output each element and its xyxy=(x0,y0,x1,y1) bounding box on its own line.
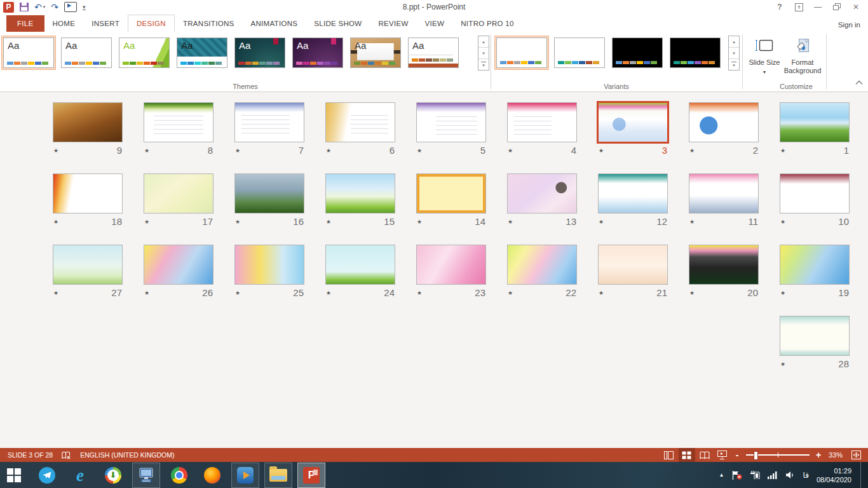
slide-thumbnail-25[interactable] xyxy=(234,245,304,285)
zoom-slider-thumb[interactable] xyxy=(754,451,758,460)
themes-scroll-down-button[interactable]: ▾ xyxy=(478,48,489,59)
animation-star-icon[interactable]: ★ xyxy=(235,219,240,225)
variant-thumbnail[interactable] xyxy=(494,36,549,70)
tab-design[interactable]: DESIGN xyxy=(128,15,175,32)
tab-nitro-pro[interactable]: NITRO PRO 10 xyxy=(452,15,522,32)
animation-star-icon[interactable]: ★ xyxy=(326,290,331,296)
close-button[interactable]: ✕ xyxy=(846,0,865,14)
slide-thumbnail-23[interactable] xyxy=(416,245,486,285)
animation-star-icon[interactable]: ★ xyxy=(780,147,785,154)
slide-thumbnail-21[interactable] xyxy=(598,245,668,285)
animation-star-icon[interactable]: ★ xyxy=(689,147,695,154)
slide-thumbnail-16[interactable] xyxy=(234,173,304,214)
slide-thumbnail-19[interactable] xyxy=(780,245,850,285)
slide-thumbnail-11[interactable] xyxy=(689,173,759,214)
fit-slide-to-window-button[interactable] xyxy=(848,448,864,462)
zoom-slider[interactable] xyxy=(746,448,810,462)
slide-thumbnail-28[interactable] xyxy=(780,316,850,356)
slide-thumbnail-27[interactable] xyxy=(53,245,123,285)
themes-scroll-up-button[interactable]: ▴ xyxy=(478,36,489,48)
tab-review[interactable]: REVIEW xyxy=(370,15,416,32)
taskbar-on-screen-keyboard-button[interactable] xyxy=(132,463,160,488)
restore-button[interactable] xyxy=(827,0,846,14)
show-desktop-button[interactable] xyxy=(860,462,864,488)
taskbar-firefox-button[interactable] xyxy=(198,463,226,488)
slide-thumbnail-4[interactable] xyxy=(507,102,577,142)
reading-view-button[interactable] xyxy=(696,448,713,462)
clock[interactable]: 01:29 08/04/2020 xyxy=(817,466,851,484)
show-hidden-icons-button[interactable]: ▲ xyxy=(719,472,724,478)
slide-thumbnail-7[interactable] xyxy=(234,102,304,142)
variant-thumbnail[interactable] xyxy=(668,36,722,70)
tab-transitions[interactable]: TRANSITIONS xyxy=(175,15,243,32)
animation-star-icon[interactable]: ★ xyxy=(508,290,513,296)
animation-star-icon[interactable]: ★ xyxy=(326,147,331,154)
slide-thumbnail-15[interactable] xyxy=(325,173,395,214)
theme-thumbnail[interactable]: Aa xyxy=(175,36,229,70)
animation-star-icon[interactable]: ★ xyxy=(144,147,149,154)
help-button[interactable]: ? xyxy=(770,0,789,14)
sign-in-link[interactable]: Sign in xyxy=(838,21,860,29)
animation-star-icon[interactable]: ★ xyxy=(780,290,785,296)
tab-file[interactable]: FILE xyxy=(6,15,44,32)
taskbar-file-explorer-button[interactable] xyxy=(264,463,292,488)
slide-thumbnail-9[interactable] xyxy=(53,102,123,142)
slide-thumbnail-1[interactable] xyxy=(780,102,850,142)
animation-star-icon[interactable]: ★ xyxy=(53,219,58,225)
theme-thumbnail[interactable]: Aa xyxy=(59,36,114,70)
slide-thumbnail-17[interactable] xyxy=(144,173,214,214)
slide-show-view-button[interactable] xyxy=(714,448,731,462)
animation-star-icon[interactable]: ★ xyxy=(417,219,422,225)
minimize-button[interactable]: — xyxy=(808,0,827,14)
slide-thumbnail-26[interactable] xyxy=(144,245,214,285)
theme-thumbnail[interactable]: Aa xyxy=(117,36,172,70)
animation-star-icon[interactable]: ★ xyxy=(689,290,695,296)
slide-thumbnail-3[interactable] xyxy=(598,102,668,142)
animation-star-icon[interactable]: ★ xyxy=(599,219,604,225)
slide-sorter-view-button[interactable] xyxy=(679,448,695,462)
themes-more-button[interactable]: ▾ xyxy=(478,59,489,70)
animation-star-icon[interactable]: ★ xyxy=(599,290,604,296)
tab-view[interactable]: VIEW xyxy=(417,15,453,32)
tab-insert[interactable]: INSERT xyxy=(83,15,128,32)
animation-star-icon[interactable]: ★ xyxy=(326,219,331,225)
taskbar-powerpoint-button[interactable]: P xyxy=(297,463,325,488)
taskbar-chrome-button[interactable] xyxy=(165,463,193,488)
tab-home[interactable]: HOME xyxy=(44,15,84,32)
slide-thumbnail-6[interactable] xyxy=(325,102,395,142)
variant-thumbnail[interactable] xyxy=(552,36,607,70)
action-center-flag-icon[interactable] xyxy=(732,471,742,480)
normal-view-button[interactable] xyxy=(661,448,677,462)
taskbar-media-player-button[interactable] xyxy=(231,463,259,488)
slide-thumbnail-8[interactable] xyxy=(144,102,214,142)
animation-star-icon[interactable]: ★ xyxy=(235,147,240,154)
slide-size-button[interactable]: Slide Size ▾ xyxy=(747,36,782,76)
theme-thumbnail[interactable]: Aa xyxy=(233,36,287,70)
taskbar-telegram-button[interactable] xyxy=(33,463,61,488)
variants-scroll-up-button[interactable]: ▴ xyxy=(729,36,739,48)
theme-thumbnail[interactable]: Aa xyxy=(348,36,403,70)
zoom-percentage[interactable]: 33% xyxy=(829,451,843,459)
slide-thumbnail-5[interactable] xyxy=(416,102,486,142)
collapse-ribbon-button[interactable] xyxy=(855,76,863,88)
ribbon-display-options-button[interactable] xyxy=(789,0,808,14)
input-language-indicator[interactable]: فا xyxy=(803,471,809,480)
slide-thumbnail-13[interactable] xyxy=(507,173,577,214)
slide-thumbnail-2[interactable] xyxy=(689,102,759,142)
animation-star-icon[interactable]: ★ xyxy=(144,290,149,296)
zoom-in-button[interactable]: + xyxy=(813,450,824,460)
tab-slide-show[interactable]: SLIDE SHOW xyxy=(306,15,370,32)
format-background-button[interactable]: Format Background xyxy=(783,36,822,75)
theme-thumbnail[interactable]: Aa xyxy=(1,36,56,70)
slide-thumbnail-10[interactable] xyxy=(780,173,850,214)
animation-star-icon[interactable]: ★ xyxy=(53,290,58,296)
animation-star-icon[interactable]: ★ xyxy=(144,219,149,225)
animation-star-icon[interactable]: ★ xyxy=(508,219,513,225)
animation-star-icon[interactable]: ★ xyxy=(235,290,240,296)
animation-star-icon[interactable]: ★ xyxy=(689,219,695,225)
slide-thumbnail-18[interactable] xyxy=(53,173,123,214)
slide-thumbnail-14[interactable] xyxy=(416,173,486,214)
tab-animations[interactable]: ANIMATIONS xyxy=(243,15,306,32)
slide-thumbnail-12[interactable] xyxy=(598,173,668,214)
network-signal-icon[interactable] xyxy=(768,471,778,479)
